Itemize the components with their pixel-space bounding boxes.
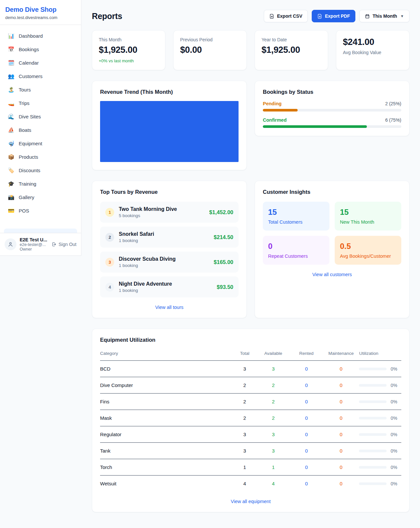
- sidebar-item-dashboard[interactable]: 📊Dashboard: [4, 30, 77, 42]
- cell-total: 3: [233, 426, 257, 443]
- sidebar: Demo Dive Shop demo.test.divestreams.com…: [0, 0, 81, 256]
- cell-maintenance: 0: [323, 361, 359, 377]
- top-tours-card: Top Tours by Revenue 1Two Tank Morning D…: [92, 181, 247, 318]
- sign-out-label: Sign Out: [59, 242, 76, 247]
- sign-out-button[interactable]: Sign Out: [52, 242, 76, 247]
- tour-name: Discover Scuba Diving: [119, 256, 209, 262]
- table-row: Mask22000%: [100, 410, 401, 426]
- view-all-customers-link[interactable]: View all customers: [263, 272, 401, 277]
- main-content: Reports Export CSV Export PDF This Month: [81, 0, 420, 523]
- export-pdf-button[interactable]: Export PDF: [312, 10, 355, 22]
- logout-icon: [52, 242, 57, 247]
- insight-avg-bookings: 0.5 Avg Bookings/Customer: [335, 236, 401, 265]
- tour-row: 4Night Dive Adventure1 booking$93.50: [100, 276, 239, 297]
- sidebar-item-discounts[interactable]: 🏷️Discounts: [4, 164, 77, 177]
- cell-utilization: 0%: [359, 377, 401, 394]
- cell-rented: 0: [290, 410, 323, 426]
- cell-rented: 0: [290, 426, 323, 443]
- col-header-maintenance: Maintenance: [323, 348, 359, 361]
- tour-revenue: $214.50: [214, 234, 233, 240]
- cell-maintenance: 0: [323, 459, 359, 476]
- boats-icon: ⛵: [8, 127, 14, 133]
- view-all-equipment-link[interactable]: View all equipment: [100, 499, 401, 504]
- sidebar-item-pos[interactable]: 💳POS: [4, 204, 77, 217]
- sidebar-item-trips[interactable]: 🚤Trips: [4, 97, 77, 110]
- tour-revenue: $93.50: [217, 284, 233, 290]
- sidebar-item-boats[interactable]: ⛵Boats: [4, 124, 77, 136]
- cell-rented: 0: [290, 377, 323, 394]
- status-label: Pending: [263, 101, 282, 106]
- sidebar-item-label: Tours: [19, 87, 31, 92]
- user-name: E2E Test U...: [20, 237, 48, 242]
- cell-rented: 0: [290, 443, 323, 459]
- export-csv-label: Export CSV: [277, 13, 302, 19]
- sidebar-item-label: Dashboard: [19, 33, 43, 39]
- stat-label: This Month: [99, 37, 158, 42]
- insight-label: Total Customers: [268, 219, 324, 225]
- sidebar-item-bookings[interactable]: 📅Bookings: [4, 43, 77, 56]
- stat-label: Previous Period: [180, 37, 240, 42]
- file-download-icon: [269, 14, 274, 19]
- utilization-bar: [359, 368, 387, 370]
- revenue-trend-card: Revenue Trend (This Month): [92, 81, 247, 170]
- brand-domain: demo.test.divestreams.com: [5, 15, 76, 20]
- utilization-percent: 0%: [390, 465, 397, 470]
- view-all-tours-link[interactable]: View all tours: [100, 305, 239, 310]
- sidebar-item-training[interactable]: 🎓Training: [4, 177, 77, 190]
- tour-name: Two Tank Morning Dive: [119, 206, 205, 212]
- sidebar-item-gallery[interactable]: 📸Gallery: [4, 191, 77, 204]
- sidebar-item-calendar[interactable]: 🗓️Calendar: [4, 56, 77, 69]
- cell-total: 1: [233, 459, 257, 476]
- cell-category: BCD: [100, 361, 233, 377]
- utilization-percent: 0%: [390, 416, 397, 421]
- cell-maintenance: 0: [323, 377, 359, 394]
- cell-utilization: 0%: [359, 426, 401, 443]
- insight-new-this-month: 15 New This Month: [335, 202, 401, 231]
- sidebar-item-dive-sites[interactable]: 🌊Dive Sites: [4, 110, 77, 123]
- stat-card-year-to-date: Year to Date $1,925.00: [255, 30, 328, 70]
- table-row: Dive Computer22000%: [100, 377, 401, 394]
- sidebar-item-products[interactable]: 📦Products: [4, 151, 77, 163]
- trips-icon: 🚤: [8, 100, 14, 106]
- period-dropdown[interactable]: This Month ▼: [359, 10, 410, 22]
- status-count: 6 (75%): [385, 117, 401, 123]
- insight-label: Avg Bookings/Customer: [340, 254, 396, 259]
- file-download-icon: [317, 14, 322, 19]
- cell-available: 2: [257, 377, 290, 394]
- status-row-pending: Pending 2 (25%): [263, 101, 401, 112]
- user-icon: [8, 241, 13, 247]
- sidebar-item-label: Equipment: [19, 141, 42, 146]
- cell-available: 2: [257, 410, 290, 426]
- brand-name[interactable]: Demo Dive Shop: [5, 6, 76, 13]
- sidebar-item-label: Dive Sites: [19, 114, 41, 119]
- utilization-bar: [359, 450, 387, 452]
- stat-card-this-month: This Month $1,925.00 +0% vs last month: [92, 30, 165, 70]
- calendar-icon: 🗓️: [8, 60, 14, 66]
- stat-card-avg-booking-value: $241.00 Avg Booking Value: [336, 30, 410, 70]
- status-progress-fill: [263, 125, 367, 128]
- col-header-total: Total: [233, 348, 257, 361]
- status-progress-track: [263, 125, 401, 128]
- customer-insights-card: Customer Insights 15 Total Customers 15 …: [255, 181, 410, 318]
- sidebar-item-equipment[interactable]: 🤿Equipment: [4, 137, 77, 150]
- export-csv-button[interactable]: Export CSV: [264, 10, 308, 22]
- cell-maintenance: 0: [323, 426, 359, 443]
- dive-sites-icon: 🌊: [8, 113, 14, 120]
- sidebar-item-customers[interactable]: 👥Customers: [4, 70, 77, 83]
- stat-value: $1,925.00: [99, 45, 158, 55]
- sidebar-item-label: Discounts: [19, 168, 40, 173]
- equipment-icon: 🤿: [8, 140, 14, 147]
- sidebar-item-tours[interactable]: 🏝️Tours: [4, 83, 77, 96]
- cell-utilization: 0%: [359, 410, 401, 426]
- pos-icon: 💳: [8, 208, 14, 214]
- customers-icon: 👥: [8, 73, 14, 79]
- col-header-category: Category: [100, 348, 233, 361]
- bookings-by-status-card: Bookings by Status Pending 2 (25%) Confi…: [255, 81, 410, 136]
- cell-total: 2: [233, 377, 257, 394]
- tour-bookings: 1 booking: [119, 263, 209, 268]
- sidebar-item-reports-partial[interactable]: [4, 229, 77, 233]
- cell-category: Torch: [100, 459, 233, 476]
- tour-revenue: $165.00: [214, 259, 233, 265]
- stat-change: +0% vs last month: [99, 58, 158, 63]
- cell-maintenance: 0: [323, 410, 359, 426]
